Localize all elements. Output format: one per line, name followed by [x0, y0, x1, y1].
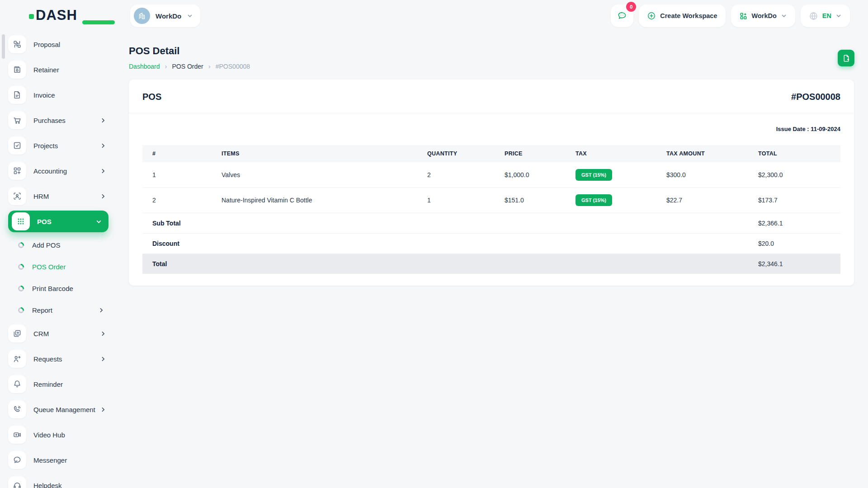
sidebar-item-label: Projects: [33, 142, 58, 150]
invoice-icon: [8, 86, 26, 104]
logo-bar: [82, 20, 115, 24]
col-header-num: #: [142, 145, 222, 162]
col-header-tax: TAX: [576, 145, 666, 162]
cell-tax: GST (15%): [576, 188, 666, 213]
sidebar-item-crm[interactable]: CRM: [8, 321, 108, 346]
sidebar-item-label: Helpdesk: [33, 482, 62, 488]
sidebar-subitem-report[interactable]: Report: [8, 299, 108, 321]
discount-value: $20.0: [758, 233, 840, 253]
cell-qty: 2: [427, 162, 505, 188]
pos-items-table-wrap: # ITEMS QUANTITY PRICE TAX TAX AMOUNT TO…: [129, 145, 854, 274]
file-plus-icon: [842, 54, 850, 62]
sidebar-item-label: Messenger: [33, 456, 67, 464]
sidebar-item-projects[interactable]: Projects: [8, 133, 108, 158]
sidebar-subitem-pos-order[interactable]: POS Order: [8, 256, 108, 277]
breadcrumb-dashboard-link[interactable]: Dashboard: [129, 63, 160, 70]
sidebar-item-purchases[interactable]: Purchases: [8, 108, 108, 133]
cell-tax-amount: $22.7: [666, 188, 758, 213]
sidebar-subitem-label: POS Order: [32, 263, 66, 271]
cell-price: $1,000.0: [505, 162, 576, 188]
dash-logo[interactable]: DASH: [29, 7, 77, 23]
workspace-name: WorkDo: [156, 12, 181, 20]
proposal-icon: [8, 35, 26, 53]
submenu-dot-icon: [18, 307, 24, 313]
col-header-tax-amount: TAX AMOUNT: [666, 145, 758, 162]
export-pos-button[interactable]: [838, 50, 854, 66]
app-switcher-label: WorkDo: [752, 12, 777, 19]
chevron-down-icon: [835, 13, 842, 19]
main-content: POS Detail Dashboard › POS Order › #POS0…: [113, 32, 868, 488]
breadcrumb-separator: ›: [165, 62, 167, 70]
table-row: 1 Valves 2 $1,000.0 GST (15%) $300.0 $2,…: [142, 162, 840, 188]
breadcrumb-current: #POS00008: [216, 63, 250, 70]
sidebar-item-video-hub[interactable]: Video Hub: [8, 422, 108, 447]
plus-circle-icon: [647, 11, 656, 20]
sidebar-item-label: POS: [37, 218, 52, 225]
retainer-icon: [8, 61, 26, 79]
sidebar-item-helpdesk[interactable]: Helpdesk: [8, 473, 108, 488]
building-icon: [137, 11, 146, 20]
sidebar-item-label: Requests: [33, 355, 62, 363]
workspace-selector[interactable]: WorkDo: [130, 5, 200, 27]
hrm-icon: [8, 187, 26, 205]
cell-tax: GST (15%): [576, 162, 666, 188]
breadcrumb-pos-order: POS Order: [172, 63, 203, 70]
crm-icon: [8, 324, 26, 343]
issue-date: Issue Date : 11-09-2024: [129, 113, 854, 132]
sidebar-subitem-label: Report: [32, 306, 52, 314]
video-camera-icon: [8, 426, 26, 444]
submenu-dot-icon: [18, 286, 24, 291]
sidebar-item-invoice[interactable]: Invoice: [8, 82, 108, 108]
chevron-right-icon: [100, 142, 107, 149]
col-header-total: TOTAL: [758, 145, 840, 162]
pos-reference: #POS00008: [791, 92, 840, 102]
sidebar-item-proposal[interactable]: Proposal: [8, 32, 108, 57]
table-header-row: # ITEMS QUANTITY PRICE TAX TAX AMOUNT TO…: [142, 145, 840, 162]
chat-badge: 0: [626, 2, 636, 12]
cell-total: $173.7: [758, 188, 840, 213]
accounting-icon: [8, 162, 26, 180]
create-workspace-button[interactable]: Create Workspace: [639, 5, 725, 27]
card-title: POS: [142, 92, 161, 102]
sidebar-scrollbar[interactable]: [2, 34, 5, 59]
cell-qty: 1: [427, 188, 505, 213]
chevron-down-icon: [187, 13, 193, 19]
app-switcher-button[interactable]: WorkDo: [731, 5, 795, 27]
logo-dot: [29, 14, 34, 19]
language-selector[interactable]: EN: [801, 5, 850, 27]
sidebar-item-label: Proposal: [33, 41, 60, 48]
grid-plus-icon: [739, 12, 748, 20]
chat-button[interactable]: 0: [611, 5, 633, 27]
pos-icon: [12, 212, 30, 230]
sidebar-subitem-print-barcode[interactable]: Print Barcode: [8, 277, 108, 299]
sidebar-item-label: Reminder: [33, 380, 63, 388]
sidebar-item-retainer[interactable]: Retainer: [8, 57, 108, 82]
globe-icon: [809, 11, 818, 21]
sidebar-item-label: Invoice: [33, 91, 55, 99]
pos-detail-card: POS #POS00008 Issue Date : 11-09-2024 # …: [129, 80, 854, 286]
helpdesk-headset-icon: [8, 476, 26, 488]
page-title: POS Detail: [129, 45, 854, 57]
purchases-icon: [8, 111, 26, 129]
language-code: EN: [822, 12, 831, 19]
sidebar-item-accounting[interactable]: Accounting: [8, 158, 108, 183]
sidebar-item-queue-management[interactable]: Queue Management: [8, 397, 108, 422]
create-workspace-label: Create Workspace: [660, 12, 717, 19]
total-label: Total: [142, 253, 758, 274]
chevron-right-icon: [100, 117, 107, 124]
breadcrumb-separator: ›: [208, 62, 211, 70]
chevron-down-icon: [781, 13, 787, 19]
chevron-right-icon: [100, 406, 107, 413]
sidebar-item-messenger[interactable]: Messenger: [8, 447, 108, 473]
sidebar-item-label: Retainer: [33, 66, 59, 74]
sidebar-item-label: CRM: [33, 330, 49, 338]
cell-tax-amount: $300.0: [666, 162, 758, 188]
sidebar-item-pos[interactable]: POS: [8, 211, 108, 232]
sidebar-item-requests[interactable]: Requests: [8, 346, 108, 371]
sidebar-subitem-add-pos[interactable]: Add POS: [8, 234, 108, 256]
subtotal-row: Sub Total $2,366.1: [142, 213, 840, 233]
sidebar-item-reminder[interactable]: Reminder: [8, 371, 108, 397]
total-row: Total $2,346.1: [142, 253, 840, 274]
sidebar-item-hrm[interactable]: HRM: [8, 183, 108, 209]
requests-icon: [8, 350, 26, 368]
